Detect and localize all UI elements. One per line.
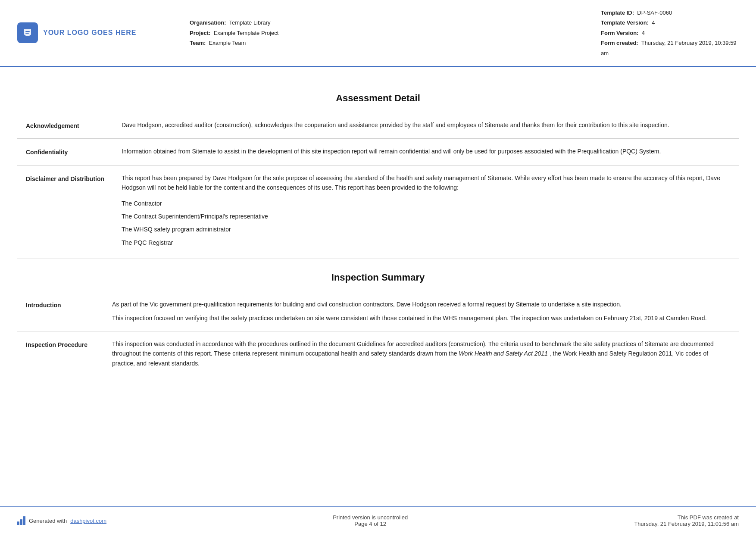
team-value: Example Team bbox=[209, 40, 246, 46]
list-item: The WHSQ safety program administrator bbox=[122, 225, 730, 234]
footer-logo-bars bbox=[17, 516, 25, 525]
assessment-detail-table: Acknowledgement Dave Hodgson, accredited… bbox=[17, 112, 739, 259]
page-footer: Generated with dashpivot.com Printed ver… bbox=[0, 506, 756, 534]
acknowledgement-label: Acknowledgement bbox=[17, 112, 113, 139]
bar-icon bbox=[20, 519, 22, 525]
team-label: Team: bbox=[190, 40, 206, 46]
introduction-value: As part of the Vic government pre-qualif… bbox=[103, 292, 739, 331]
table-row: Disclaimer and Distribution This report … bbox=[17, 165, 739, 259]
confidentiality-label: Confidentiality bbox=[17, 139, 113, 165]
dashpivot-link[interactable]: dashpivot.com bbox=[70, 518, 106, 524]
introduction-label: Introduction bbox=[17, 292, 103, 331]
footer-created-label: This PDF was created at bbox=[634, 514, 739, 521]
template-version-label: Template Version: bbox=[601, 19, 649, 26]
header-right: Template ID: DP-SAF-0060 Template Versio… bbox=[601, 8, 739, 58]
confidentiality-value: Information obtained from Sitemate to as… bbox=[113, 139, 739, 165]
logo-icon bbox=[17, 22, 38, 43]
generated-prefix: Generated with bbox=[29, 518, 67, 524]
form-created-line: Form created: Thursday, 21 February 2019… bbox=[601, 38, 739, 58]
footer-created-value: Thursday, 21 February 2019, 11:01:56 am bbox=[634, 521, 739, 527]
project-line: Project: Example Template Project bbox=[190, 28, 601, 38]
list-item: The Contractor bbox=[122, 199, 730, 208]
bar-icon bbox=[17, 522, 19, 525]
project-label: Project: bbox=[190, 30, 210, 36]
section2-title: Inspection Summary bbox=[17, 272, 739, 283]
bar-icon bbox=[23, 516, 25, 525]
disclaimer-list: The Contractor The Contract Superintende… bbox=[122, 199, 730, 248]
form-version-line: Form Version: 4 bbox=[601, 28, 739, 38]
org-line: Organisation: Template Library bbox=[190, 18, 601, 28]
table-row: Confidentiality Information obtained fro… bbox=[17, 139, 739, 165]
form-version-value: 4 bbox=[642, 30, 645, 36]
footer-center: Printed version is uncontrolled Page 4 o… bbox=[333, 514, 408, 527]
template-version-line: Template Version: 4 bbox=[601, 18, 739, 28]
org-value: Template Library bbox=[229, 19, 271, 26]
template-id-line: Template ID: DP-SAF-0060 bbox=[601, 8, 739, 18]
acknowledgement-value: Dave Hodgson, accredited auditor (constr… bbox=[113, 112, 739, 139]
template-id-value: DP-SAF-0060 bbox=[637, 9, 672, 16]
logo-text: YOUR LOGO GOES HERE bbox=[43, 29, 136, 37]
footer-left: Generated with dashpivot.com bbox=[17, 516, 106, 525]
logo-area: YOUR LOGO GOES HERE bbox=[17, 22, 155, 43]
disclaimer-label: Disclaimer and Distribution bbox=[17, 165, 113, 259]
team-line: Team: Example Team bbox=[190, 38, 601, 48]
table-row: Acknowledgement Dave Hodgson, accredited… bbox=[17, 112, 739, 139]
inspection-procedure-value: This inspection was conducted in accorda… bbox=[103, 331, 739, 376]
main-content: Assessment Detail Acknowledgement Dave H… bbox=[0, 67, 756, 428]
list-item: The PQC Registrar bbox=[122, 238, 730, 247]
form-version-label: Form Version: bbox=[601, 30, 638, 36]
form-created-label: Form created: bbox=[601, 40, 638, 46]
disclaimer-value: This report has been prepared by Dave Ho… bbox=[113, 165, 739, 259]
table-row: Inspection Procedure This inspection was… bbox=[17, 331, 739, 376]
table-row: Introduction As part of the Vic governme… bbox=[17, 292, 739, 331]
project-value: Example Template Project bbox=[214, 30, 279, 36]
section1-title: Assessment Detail bbox=[17, 93, 739, 104]
template-id-label: Template ID: bbox=[601, 9, 634, 16]
footer-page-number: Page 4 of 12 bbox=[333, 521, 408, 527]
org-label: Organisation: bbox=[190, 19, 226, 26]
template-version-value: 4 bbox=[652, 19, 655, 26]
inspection-summary-table: Introduction As part of the Vic governme… bbox=[17, 292, 739, 376]
page-header: YOUR LOGO GOES HERE Organisation: Templa… bbox=[0, 0, 756, 67]
footer-uncontrolled: Printed version is uncontrolled bbox=[333, 514, 408, 521]
header-center: Organisation: Template Library Project: … bbox=[155, 18, 601, 48]
footer-right: This PDF was created at Thursday, 21 Feb… bbox=[634, 514, 739, 527]
inspection-procedure-label: Inspection Procedure bbox=[17, 331, 103, 376]
inspection-procedure-text: This inspection was conducted in accorda… bbox=[112, 339, 730, 368]
list-item: The Contract Superintendent/Principal's … bbox=[122, 212, 730, 221]
